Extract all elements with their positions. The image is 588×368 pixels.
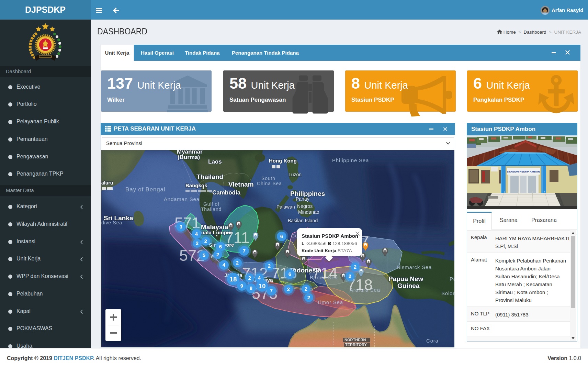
svg-text:Bangkok: Bangkok (185, 182, 207, 188)
svg-text:6: 6 (289, 271, 291, 277)
svg-text:Mindanao: Mindanao (298, 209, 319, 215)
svg-text:Laos: Laos (208, 158, 222, 165)
svg-text:6: 6 (280, 233, 283, 239)
svg-text:Basilan Island: Basilan Island (288, 218, 318, 223)
svg-text:711: 711 (225, 229, 250, 246)
svg-text:2: 2 (307, 294, 310, 300)
svg-text:714: 714 (312, 264, 338, 282)
svg-text:7: 7 (243, 248, 246, 254)
svg-text:4: 4 (223, 262, 226, 268)
svg-text:Gulf of: Gulf of (203, 201, 219, 207)
svg-text:(Burma): (Burma) (178, 154, 200, 160)
svg-text:Palawan: Palawan (276, 204, 295, 210)
svg-text:Negros: Negros (297, 203, 313, 209)
svg-text:South: South (261, 176, 275, 181)
svg-text:Thailand: Thailand (201, 207, 222, 212)
svg-text:6: 6 (219, 244, 222, 249)
svg-text:2: 2 (287, 286, 290, 292)
svg-text:NORTHERN: NORTHERN (344, 338, 366, 342)
svg-text:Vietnam: Vietnam (228, 181, 254, 188)
svg-text:Timor Sea: Timor Sea (317, 299, 343, 305)
svg-text:8: 8 (250, 285, 252, 291)
svg-text:2: 2 (248, 275, 251, 281)
svg-text:STASIUN PSDKP AMBON: STASIUN PSDKP AMBON (507, 170, 540, 173)
svg-text:Luzon: Luzon (289, 172, 302, 177)
svg-text:2: 2 (236, 260, 239, 266)
svg-text:Cora: Cora (426, 338, 439, 344)
svg-text:3: 3 (180, 224, 182, 230)
svg-text:2: 2 (354, 264, 357, 270)
svg-text:10: 10 (258, 282, 265, 290)
svg-text:Guinea: Guinea (397, 282, 420, 289)
svg-text:TERRITORY: TERRITORY (345, 343, 367, 347)
svg-text:Andaman Sea: Andaman Sea (164, 196, 200, 202)
svg-text:7: 7 (270, 288, 273, 293)
svg-text:5: 5 (203, 252, 205, 258)
svg-text:Hong Kong: Hong Kong (269, 158, 297, 164)
svg-text:2: 2 (268, 263, 271, 269)
svg-text:2: 2 (204, 238, 207, 244)
svg-text:Thailand: Thailand (196, 173, 223, 180)
svg-text:2: 2 (349, 273, 351, 279)
svg-text:9: 9 (240, 283, 243, 289)
svg-text:Solomon: Solomon (441, 290, 454, 296)
svg-text:2: 2 (196, 240, 199, 246)
svg-text:aluru: aluru (101, 180, 113, 186)
svg-text:dive Sea: dive Sea (101, 220, 122, 225)
svg-text:4: 4 (195, 231, 198, 237)
svg-text:Bismarck Sea: Bismarck Sea (397, 264, 432, 270)
svg-text:Philippine Sea: Philippine Sea (332, 157, 369, 163)
svg-text:Cambodia: Cambodia (212, 189, 241, 196)
svg-text:Panay: Panay (296, 196, 309, 202)
svg-text:18: 18 (229, 276, 237, 283)
svg-text:2: 2 (305, 286, 307, 292)
svg-text:Bay of Bengal: Bay of Bengal (125, 186, 165, 193)
svg-text:Pa: Pa (450, 276, 454, 282)
svg-text:China Sea: China Sea (257, 181, 282, 186)
svg-text:Papua New: Papua New (388, 275, 423, 282)
